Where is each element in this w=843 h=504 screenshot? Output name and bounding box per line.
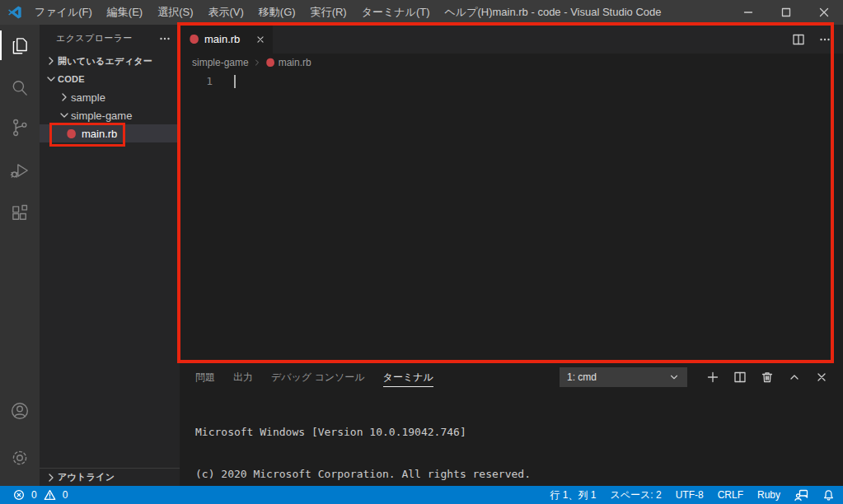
folder-sample-label: sample	[71, 91, 105, 104]
feedback-icon[interactable]	[794, 489, 808, 502]
terminal-line: (c) 2020 Microsoft Corporation. All righ…	[195, 467, 843, 481]
encoding-status[interactable]: UTF-8	[676, 489, 704, 501]
tab-problems[interactable]: 問題	[195, 363, 215, 391]
tree-item-sample[interactable]: sample	[40, 88, 180, 106]
editor-area: main.rb simple-game main.rb 1	[180, 25, 843, 363]
breadcrumb: simple-game main.rb	[180, 54, 843, 72]
tree-item-main-rb[interactable]: main.rb	[40, 124, 180, 142]
source-control-icon[interactable]	[0, 109, 40, 147]
section-open-editors[interactable]: 開いているエディター	[40, 52, 180, 70]
close-tab-icon[interactable]	[255, 34, 266, 45]
problems-status[interactable]: 0 0	[8, 489, 68, 501]
section-root-folder[interactable]: CODE	[40, 70, 180, 88]
maximize-panel-icon[interactable]	[788, 371, 801, 384]
settings-gear-icon[interactable]	[0, 439, 40, 477]
cursor-position-status[interactable]: 行 1、列 1	[550, 488, 596, 502]
error-count: 0	[31, 489, 37, 501]
warning-icon	[44, 489, 56, 501]
tab-debug-console[interactable]: デバッグ コンソール	[271, 363, 365, 391]
menu-file[interactable]: ファイル(F)	[27, 0, 100, 25]
maximize-button[interactable]	[767, 0, 805, 25]
menu-terminal[interactable]: ターミナル(T)	[354, 0, 438, 25]
status-bar-right: 行 1、列 1 スペース: 2 UTF-8 CRLF Ruby	[550, 488, 835, 502]
ruby-file-icon	[66, 128, 77, 139]
more-actions-icon[interactable]	[818, 33, 831, 46]
open-editors-label: 開いているエディター	[58, 55, 152, 68]
new-terminal-icon[interactable]	[706, 371, 719, 384]
menu-go[interactable]: 移動(G)	[251, 0, 303, 25]
error-icon	[13, 489, 25, 501]
split-terminal-icon[interactable]	[733, 371, 747, 384]
explorer-more-actions-icon[interactable]	[158, 32, 171, 45]
outline-label: アウトライン	[58, 471, 115, 483]
chevron-down-icon	[58, 109, 71, 122]
extensions-icon[interactable]	[0, 194, 40, 232]
run-debug-icon[interactable]	[0, 152, 40, 189]
minimize-button[interactable]	[729, 0, 767, 25]
chevron-right-icon	[44, 54, 58, 68]
section-outline[interactable]: アウトライン	[40, 468, 180, 486]
editor-tab-bar: main.rb	[180, 25, 843, 54]
status-bar: 0 0 行 1、列 1 スペース: 2 UTF-8 CRLF Ruby	[0, 486, 843, 504]
ruby-file-icon	[265, 58, 275, 68]
language-mode-status[interactable]: Ruby	[757, 489, 780, 501]
menu-edit[interactable]: 編集(E)	[100, 0, 150, 25]
chevron-right-icon	[252, 58, 262, 68]
window-controls	[729, 0, 843, 25]
code-editor[interactable]: 1	[180, 72, 843, 363]
breadcrumb-folder[interactable]: simple-game	[192, 57, 249, 68]
editor-actions	[792, 25, 843, 54]
close-panel-icon[interactable]	[815, 371, 828, 384]
notifications-bell-icon[interactable]	[822, 489, 835, 502]
bottom-panel: 問題 出力 デバッグ コンソール ターミナル 1: cmd	[180, 363, 843, 486]
explorer-icon[interactable]	[0, 26, 40, 64]
warning-count: 0	[63, 489, 68, 501]
explorer-title: エクスプローラー	[56, 32, 133, 44]
breadcrumb-file[interactable]: main.rb	[279, 57, 311, 68]
tree-item-simple-game[interactable]: simple-game	[40, 106, 180, 124]
close-window-button[interactable]	[805, 0, 843, 25]
text-cursor	[234, 75, 236, 88]
tab-main-rb[interactable]: main.rb	[180, 25, 273, 54]
menu-selection[interactable]: 選択(S)	[150, 0, 200, 25]
activity-bar	[0, 25, 40, 486]
vscode-logo-icon	[7, 5, 22, 20]
ruby-file-icon	[189, 34, 199, 44]
tab-terminal[interactable]: ターミナル	[383, 363, 433, 391]
terminal-select-value: 1: cmd	[567, 371, 597, 383]
tab-output[interactable]: 出力	[233, 363, 253, 391]
root-folder-label: CODE	[58, 74, 85, 84]
chevron-right-icon	[44, 471, 58, 484]
eol-status[interactable]: CRLF	[718, 489, 743, 501]
search-icon[interactable]	[0, 69, 40, 107]
window-title: main.rb - code - Visual Studio Code	[449, 0, 705, 25]
split-editor-icon[interactable]	[792, 33, 805, 46]
menu-run[interactable]: 実行(R)	[303, 0, 354, 25]
title-bar: ファイル(F) 編集(E) 選択(S) 表示(V) 移動(G) 実行(R) ター…	[0, 0, 843, 25]
indentation-status[interactable]: スペース: 2	[610, 488, 661, 502]
explorer-header: エクスプローラー	[40, 25, 180, 52]
kill-terminal-icon[interactable]	[761, 371, 774, 384]
tab-label: main.rb	[204, 33, 240, 45]
terminal-line: Microsoft Windows [Version 10.0.19042.74…	[195, 425, 843, 439]
file-main-rb-label: main.rb	[82, 128, 117, 140]
chevron-down-icon	[668, 371, 680, 383]
explorer-sidebar: エクスプローラー 開いているエディター CODE sample simple-g…	[40, 25, 180, 486]
menu-view[interactable]: 表示(V)	[201, 0, 251, 25]
panel-actions: 1: cmd	[560, 367, 843, 387]
folder-simple-game-label: simple-game	[71, 110, 132, 122]
chevron-right-icon	[58, 91, 71, 104]
panel-tab-bar: 問題 出力 デバッグ コンソール ターミナル 1: cmd	[180, 363, 843, 391]
account-icon[interactable]	[0, 392, 40, 430]
line-number: 1	[194, 74, 213, 89]
chevron-down-icon	[44, 72, 58, 86]
terminal-select[interactable]: 1: cmd	[560, 367, 687, 387]
